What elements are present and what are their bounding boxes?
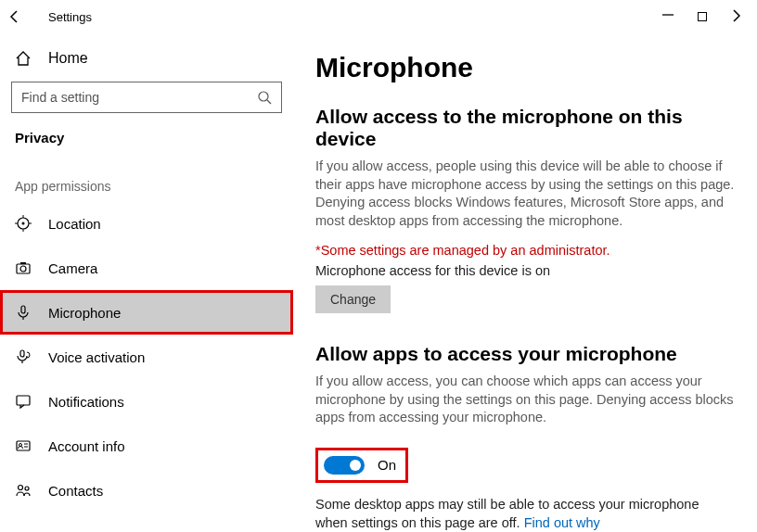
sidebar-item-label: Microphone [48, 305, 121, 321]
svg-point-21 [19, 486, 23, 490]
search-placeholder: Find a setting [21, 90, 99, 105]
voice-activation-icon [15, 348, 32, 365]
window-controls [662, 9, 750, 24]
maximize-button[interactable] [698, 9, 707, 24]
home-label: Home [48, 50, 88, 67]
apps-access-toggle[interactable] [324, 456, 365, 475]
sidebar-item-label: Contacts [48, 483, 103, 499]
home-icon [15, 50, 32, 67]
location-icon [15, 215, 32, 232]
camera-icon [15, 260, 32, 276]
svg-point-10 [20, 266, 26, 272]
svg-line-2 [267, 100, 271, 104]
sidebar-item-voice-activation[interactable]: Voice activation [0, 335, 293, 379]
window-title: Settings [48, 10, 92, 24]
minimize-button[interactable] [662, 9, 674, 24]
sidebar: Home Find a setting Privacy App permissi… [0, 33, 293, 532]
page-title: Microphone [315, 52, 735, 83]
sidebar-item-label: Notifications [48, 394, 124, 410]
sidebar-item-contacts[interactable]: Contacts [0, 468, 293, 513]
sidebar-item-account-info[interactable]: Account info [0, 424, 293, 468]
back-button[interactable] [7, 9, 33, 24]
search-icon [257, 90, 272, 105]
sidebar-item-label: Voice activation [48, 349, 145, 365]
titlebar: Settings [0, 0, 757, 33]
sidebar-item-camera[interactable]: Camera [0, 246, 293, 290]
notifications-icon [15, 393, 32, 410]
admin-warning: *Some settings are managed by an adminis… [315, 243, 735, 258]
svg-rect-16 [17, 396, 30, 405]
sidebar-item-label: Location [48, 216, 101, 232]
apps-access-toggle-row: On [315, 448, 408, 483]
section-label: App permissions [0, 160, 293, 201]
sidebar-item-location[interactable]: Location [0, 201, 293, 246]
toggle-state-label: On [378, 457, 396, 473]
svg-point-1 [259, 92, 268, 101]
svg-rect-11 [20, 262, 26, 264]
microphone-icon [15, 304, 32, 321]
svg-rect-12 [21, 306, 25, 313]
category-label: Privacy [0, 126, 293, 160]
search-input[interactable]: Find a setting [11, 82, 282, 113]
footnote: Some desktop apps may still be able to a… [315, 496, 735, 532]
sidebar-item-label: Camera [48, 260, 97, 276]
find-out-why-link[interactable]: Find out why [524, 515, 600, 530]
svg-point-22 [25, 487, 29, 490]
change-button[interactable]: Change [315, 285, 391, 313]
contacts-icon [15, 482, 32, 499]
section2-heading: Allow apps to access your microphone [315, 343, 735, 365]
home-nav[interactable]: Home [0, 41, 293, 76]
section1-heading: Allow access to the microphone on this d… [315, 106, 735, 150]
footnote-text: Some desktop apps may still be able to a… [315, 497, 699, 530]
svg-point-4 [22, 222, 25, 225]
next-button[interactable] [731, 9, 742, 24]
section2-desc: If you allow access, you can choose whic… [315, 373, 735, 427]
svg-rect-17 [17, 441, 30, 450]
svg-rect-14 [20, 350, 24, 357]
content: Microphone Allow access to the microphon… [293, 33, 757, 532]
device-access-status: Microphone access for this device is on [315, 263, 735, 278]
account-info-icon [15, 437, 32, 454]
sidebar-item-label: Account info [48, 438, 125, 454]
sidebar-item-notifications[interactable]: Notifications [0, 379, 293, 424]
main: Home Find a setting Privacy App permissi… [0, 33, 757, 532]
sidebar-item-microphone[interactable]: Microphone [0, 290, 293, 335]
section1-desc: If you allow access, people using this d… [315, 158, 735, 230]
